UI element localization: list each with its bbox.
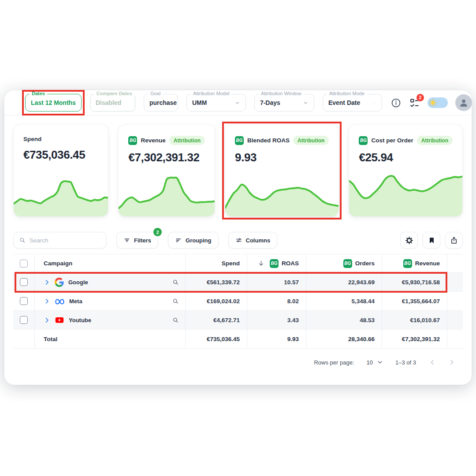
attribution-model-select[interactable]: Attribution Model UMM (186, 94, 246, 112)
table-row-youtube[interactable]: Youtube €4,672.71 3.43 48.53 €16,010.67 (13, 311, 463, 330)
total-revenue: €7,302,391.32 (402, 336, 440, 342)
revenue-sparkline (119, 172, 215, 216)
kpi-value: 9.93 (225, 145, 338, 164)
chevron-down-icon (303, 100, 309, 106)
chevron-left-icon (428, 358, 436, 366)
screenshot-canvas: Dates Last 12 Months Compare Dates Disab… (0, 0, 476, 476)
prev-page-button[interactable] (428, 358, 436, 366)
cell-orders: 48.53 (360, 317, 375, 324)
bg-badge-icon: BG (343, 259, 352, 268)
cell-orders: 22,943.69 (348, 279, 375, 286)
total-spend: €735,036.45 (207, 336, 240, 342)
row-search-icon[interactable] (172, 316, 179, 324)
rows-per-page-value: 10 (367, 359, 373, 366)
cell-orders: 5,348.44 (351, 298, 375, 305)
chevron-right-icon (448, 358, 456, 366)
bg-badge-icon: BG (403, 259, 412, 268)
compare-dates-select[interactable]: Compare Dates Disabled (90, 94, 135, 112)
compare-dates-value: Disabled (96, 99, 121, 106)
row-checkbox[interactable] (20, 316, 28, 324)
google-logo-icon (55, 278, 64, 287)
kpi-label: Revenue (141, 137, 165, 144)
spend-sparkline (14, 172, 108, 216)
chevron-down-icon (234, 100, 240, 106)
columns-icon (235, 237, 242, 244)
table-row-meta[interactable]: Meta €169,024.02 8.02 5,348.44 €1,355,66… (13, 292, 463, 311)
table-total-row: Total €735,036.45 9.93 28,340.66 €7,302,… (13, 330, 463, 349)
gear-icon (405, 236, 413, 245)
dates-control-wrap: Dates Last 12 Months (25, 94, 82, 112)
dates-select[interactable]: Dates Last 12 Months (25, 94, 82, 112)
meta-logo-icon (55, 296, 65, 306)
search-box (13, 232, 107, 249)
page-range: 1–3 of 3 (395, 359, 416, 366)
attribution-mode-label: Attribution Mode (327, 91, 367, 96)
kpi-value: €7,302,391.32 (119, 145, 215, 164)
expand-chevron-icon[interactable] (44, 317, 50, 324)
header-spend: Spend (222, 260, 240, 267)
kpi-label: Blended ROAS (247, 137, 290, 144)
expand-chevron-icon[interactable] (44, 279, 50, 286)
goal-select[interactable]: Goal purchase (144, 94, 178, 112)
share-icon (450, 236, 458, 244)
sun-icon (429, 99, 437, 107)
row-search-icon[interactable] (172, 279, 179, 286)
avatar[interactable] (455, 94, 472, 111)
info-icon[interactable] (390, 97, 402, 108)
total-roas: 9.93 (287, 336, 299, 342)
dashboard-panel: Dates Last 12 Months Compare Dates Disab… (4, 90, 472, 385)
search-input[interactable] (30, 237, 101, 244)
row-checkbox[interactable] (20, 297, 28, 305)
table-toolbar: Filters 2 Grouping Columns (13, 232, 463, 249)
grouping-icon (175, 237, 182, 244)
table-row-google[interactable]: Google €561,339.72 10.57 22,943.69 €5,93… (13, 273, 463, 292)
attribution-model-label: Attribution Model (191, 91, 232, 96)
export-button[interactable] (445, 232, 463, 249)
total-orders: 28,340.66 (348, 336, 375, 342)
rows-per-page-label: Rows per page: (314, 359, 354, 366)
select-all-checkbox[interactable] (20, 260, 28, 268)
dates-label: Dates (30, 91, 47, 96)
bg-badge-icon: BG (235, 136, 244, 145)
campaign-name: Google (68, 279, 88, 286)
attribution-mode-value: Event Date (328, 99, 360, 106)
rows-per-page-select[interactable]: 10 (367, 359, 383, 366)
theme-toggle[interactable] (428, 97, 448, 108)
filters-button[interactable]: Filters 2 (116, 232, 158, 249)
kpi-card-blended-roas: BG Blended ROAS Attribution 9.93 (225, 124, 339, 217)
expand-chevron-icon[interactable] (44, 298, 50, 305)
cell-spend: €169,024.02 (207, 298, 240, 305)
kpi-card-cost-per-order-wrap: BG Cost per Order Attribution €25.94 (349, 124, 463, 217)
kpi-card-revenue: BG Revenue Attribution €7,302,391.32 (118, 124, 215, 217)
kpi-card-spend: Spend €735,036.45 (13, 124, 108, 217)
page-nav (428, 358, 456, 366)
header-roas-sort[interactable]: BG ROAS (247, 254, 306, 272)
campaign-name: Youtube (69, 317, 91, 324)
youtube-logo-icon (55, 315, 64, 325)
kpi-card-revenue-wrap: BG Revenue Attribution €7,302,391.32 (118, 124, 215, 217)
header-revenue: Revenue (415, 260, 440, 267)
attribution-mode-select[interactable]: Attribution Mode Event Date (323, 94, 382, 112)
next-page-button[interactable] (448, 358, 456, 366)
attribution-window-value: 7-Days (260, 99, 280, 106)
sort-desc-icon (257, 260, 265, 267)
person-icon (458, 97, 469, 108)
attribution-tag: Attribution (293, 136, 329, 145)
columns-button[interactable]: Columns (228, 232, 278, 249)
row-checkbox[interactable] (20, 278, 28, 286)
cell-roas: 10.57 (284, 279, 299, 286)
total-label: Total (44, 336, 57, 342)
kpi-label: Spend (23, 136, 41, 142)
compare-dates-label: Compare Dates (94, 91, 134, 96)
campaign-name: Meta (69, 298, 82, 305)
row-search-icon[interactable] (172, 298, 179, 305)
filter-icon (123, 237, 130, 244)
settings-button[interactable] (400, 232, 418, 249)
bookmark-button[interactable] (423, 232, 440, 249)
grouping-button[interactable]: Grouping (168, 232, 219, 249)
attribution-window-select[interactable]: Attribution Window 7-Days (254, 94, 314, 112)
chevron-down-icon (371, 100, 376, 106)
tasks-icon[interactable]: 2 (409, 97, 420, 108)
cell-roas: 8.02 (287, 298, 299, 305)
kpi-value: €25.94 (349, 145, 462, 164)
